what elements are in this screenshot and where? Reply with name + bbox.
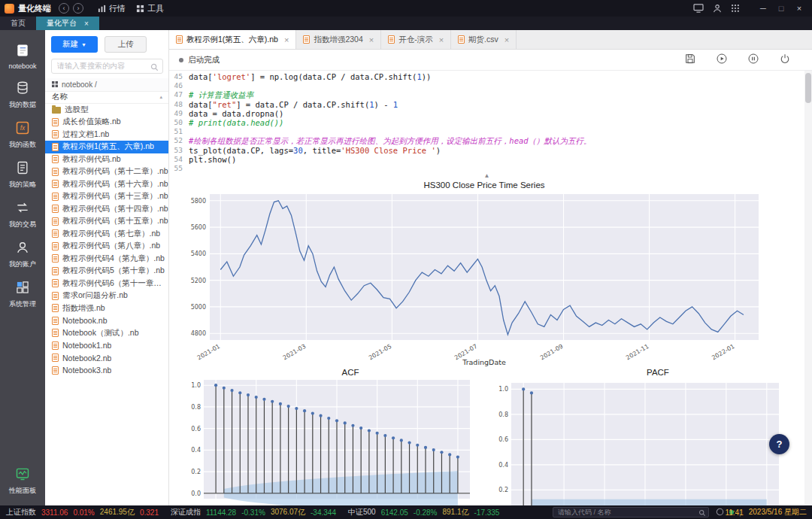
code-line[interactable]: 46 xyxy=(169,81,804,90)
sidebar-item-label: 系统管理 xyxy=(9,299,36,309)
file-row[interactable]: Notebook2.nb xyxy=(45,352,168,365)
file-row[interactable]: Notebook（测试）.nb xyxy=(45,327,168,340)
notebook-file-icon xyxy=(458,35,465,44)
sidebar-item-性能面板[interactable]: 性能面板 xyxy=(0,461,45,501)
sidebar-item-我的账户[interactable]: 我的账户 xyxy=(0,235,45,275)
display-icon[interactable] xyxy=(693,4,704,13)
bottom-status-bar: 上证指数3311.060.01%2461.95亿0.321深证成指11144.2… xyxy=(0,505,812,519)
file-row[interactable]: 过程文档1.nb xyxy=(45,129,168,141)
breadcrumb[interactable]: notebook / xyxy=(45,78,168,91)
index-quote[interactable]: 深证成指11144.28-0.31%3076.07亿-34.344 xyxy=(171,507,336,517)
file-row[interactable]: 选股型 xyxy=(45,104,168,117)
scrollbar-track[interactable] xyxy=(804,71,812,505)
code-line[interactable]: 51 xyxy=(169,127,804,136)
file-row[interactable]: Notebook3.nb xyxy=(45,364,168,377)
index-quote[interactable]: 中证5006142.05-0.28%891.1亿-17.335 xyxy=(348,507,499,517)
run-button[interactable] xyxy=(716,53,728,68)
file-list-header[interactable]: 名称 ▴ xyxy=(45,91,168,104)
editor-tab[interactable]: 期货.csv× xyxy=(451,30,517,49)
code-line[interactable]: 45data['logret'] = np.log(data.CP / data… xyxy=(169,72,804,81)
editor-tab[interactable]: 指数增强2304× xyxy=(296,30,381,49)
close-tab-icon[interactable]: × xyxy=(284,35,289,44)
upload-button[interactable]: 上传 xyxy=(105,36,147,53)
tab-home[interactable]: 首页 xyxy=(0,17,36,30)
file-row[interactable]: 成长价值策略.nb xyxy=(45,116,168,129)
file-row[interactable]: 指数增强.nb xyxy=(45,302,168,315)
editor-tab[interactable]: 教程示例1(第五、六章).nb× xyxy=(169,30,296,49)
scrollbar-thumb[interactable] xyxy=(805,73,811,103)
close-button[interactable]: × xyxy=(791,4,807,13)
sidebar-item-我的函数[interactable]: fx我的函数 xyxy=(0,115,45,155)
file-row[interactable]: 教程示例代码（第七章）.nb xyxy=(45,228,168,241)
notebook-file-icon xyxy=(52,292,59,300)
sidebar-item-我的数据[interactable]: 我的数据 xyxy=(0,75,45,115)
file-name: Notebook2.nb xyxy=(62,354,111,363)
code-text: plt.show() xyxy=(189,155,236,164)
file-search-input[interactable] xyxy=(51,59,163,74)
code-line[interactable]: 50# print(data.head()) xyxy=(169,118,804,127)
tab-quant-platform[interactable]: 量化平台 × xyxy=(36,17,99,30)
menu-tools[interactable]: 工具 xyxy=(136,3,164,14)
file-row[interactable]: 教程示例1(第五、六章).nb xyxy=(45,141,168,153)
forward-button[interactable]: › xyxy=(73,3,83,14)
editor-tab[interactable]: 开仓-演示× xyxy=(381,30,451,49)
code-line[interactable]: 52#绘制各组数据是否正常显示，若正常显示再进行绘图、为起到方便作用，设定输出前… xyxy=(169,136,804,145)
file-name: 教程示例代码（第十三章）.nb xyxy=(62,191,168,202)
code-line[interactable]: 49data = data.dropna() xyxy=(169,109,804,118)
sidebar-item-系统管理[interactable]: 系统管理 xyxy=(0,275,45,314)
ticker-search-input[interactable] xyxy=(553,508,708,517)
file-row[interactable]: 教程示例代码（第十五章）.nb xyxy=(45,215,168,228)
file-name: 过程文档1.nb xyxy=(62,129,109,140)
file-row[interactable]: 教程示例代码4（第九章）.nb xyxy=(45,253,168,266)
left-sidebar: notebook我的数据fx我的函数我的策略我的交易我的账户系统管理 性能面板 xyxy=(0,30,45,505)
notebook-file-icon xyxy=(52,130,59,138)
sort-caret-icon[interactable]: ▴ xyxy=(159,94,162,100)
file-row[interactable]: 教程示例代码（第十四章）.nb xyxy=(45,203,168,216)
code-line[interactable]: 47# 计算普通收益率 xyxy=(169,90,804,99)
pause-button[interactable] xyxy=(747,53,759,68)
folder-path-icon xyxy=(52,80,58,89)
file-row[interactable]: 教程示例代码6（第十一章）.nb xyxy=(45,278,168,290)
code-line[interactable]: 53ts_plot(data.CP, lags=30, title='HS300… xyxy=(169,146,804,155)
code-line[interactable]: 54plt.show() xyxy=(169,155,804,164)
back-button[interactable]: ‹ xyxy=(59,3,69,14)
help-button[interactable]: ? xyxy=(769,434,789,454)
quote-field: -34.344 xyxy=(311,508,336,517)
line-number: 49 xyxy=(169,109,189,118)
close-tab-icon[interactable]: × xyxy=(369,35,374,44)
file-row[interactable]: Notebook1.nb xyxy=(45,339,168,352)
sidebar-item-我的交易[interactable]: 我的交易 xyxy=(0,195,45,235)
collapse-output-button[interactable]: ▲ xyxy=(169,172,804,179)
apps-grid-icon[interactable] xyxy=(731,4,740,13)
sidebar-item-notebook[interactable]: notebook xyxy=(0,38,45,75)
close-tab-icon[interactable]: × xyxy=(439,35,444,44)
power-button[interactable] xyxy=(779,53,791,68)
file-row[interactable]: 教程示例代码5（第十章）.nb xyxy=(45,265,168,278)
close-tab-icon[interactable]: × xyxy=(504,35,509,44)
code-cell[interactable]: 45data['logret'] = np.log(data.CP / data… xyxy=(169,72,804,173)
maximize-button[interactable]: □ xyxy=(773,4,789,13)
user-icon[interactable] xyxy=(713,4,722,13)
notification-circle-icon[interactable] xyxy=(716,508,724,517)
save-button[interactable] xyxy=(684,53,696,68)
notebook-file-icon xyxy=(52,341,59,350)
menu-market[interactable]: 行情 xyxy=(98,3,126,14)
new-button[interactable]: 新建 ▼ xyxy=(51,36,98,53)
file-row[interactable]: 教程示例代码（第十三章）.nb xyxy=(45,190,168,203)
close-tab-icon[interactable]: × xyxy=(84,20,89,28)
sidebar-item-我的策略[interactable]: 我的策略 xyxy=(0,155,45,195)
editor-tab-label: 指数增强2304 xyxy=(314,35,362,45)
file-row[interactable]: Notebook.nb xyxy=(45,314,168,327)
file-row[interactable]: 教程示例代码.nb xyxy=(45,153,168,166)
minimize-button[interactable]: ─ xyxy=(755,4,771,13)
account-icon xyxy=(15,240,30,258)
index-quote[interactable]: 上证指数3311.060.01%2461.95亿0.321 xyxy=(6,507,159,517)
svg-text:2021-09: 2021-09 xyxy=(539,343,564,362)
code-line[interactable]: 48data["ret"] = data.CP / data.CP.shift(… xyxy=(169,100,804,109)
file-row[interactable]: 教程示例代码（第十二章）.nb xyxy=(45,165,168,178)
file-row[interactable]: 需求or问题分析.nb xyxy=(45,290,168,302)
line-number: 53 xyxy=(169,146,189,155)
file-row[interactable]: 教程示例代码（第十六章）.nb xyxy=(45,178,168,191)
svg-text:2022-01: 2022-01 xyxy=(710,343,735,362)
file-row[interactable]: 教程示例代码（第八章）.nb xyxy=(45,240,168,253)
